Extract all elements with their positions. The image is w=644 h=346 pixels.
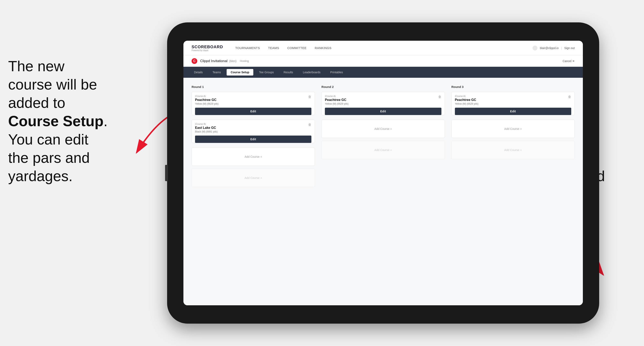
edit-course-b-button[interactable]: Edit (195, 136, 312, 143)
course-a-name: Peachtree GC (195, 98, 312, 102)
nav-teams[interactable]: TEAMS (268, 46, 279, 50)
round-1-col: Round 1 🗑 (Course A) Peachtree GC Yellow… (192, 85, 315, 298)
round-3-col: Round 3 🗑 (Course A) Peachtree GC Yellow… (452, 85, 575, 298)
r3-edit-course-a-button[interactable]: Edit (455, 108, 571, 115)
nav-tournaments[interactable]: TOURNAMENTS (235, 46, 260, 50)
nav-right: blair@clippd.io | Sign out (532, 46, 575, 50)
add-course-label-2: Add Course + (244, 176, 262, 179)
r3-add-course-label-1: Add Course + (504, 127, 522, 131)
course-b-name: East Lake GC (195, 126, 312, 130)
brand-title: SCOREBOARD (192, 45, 223, 49)
round-1-add-course-1[interactable]: Add Course + (192, 148, 315, 166)
nav-rankings[interactable]: RANKINGS (315, 46, 331, 50)
remove-icon-r3a[interactable]: 🗑 (567, 94, 572, 99)
round-3-add-course-2: Add Course + (452, 141, 575, 159)
tab-details[interactable]: Details (190, 69, 207, 75)
round-2-add-course-2: Add Course + (322, 141, 445, 159)
tablet-device: SCOREBOARD Powered by clippd TOURNAMENTS… (167, 22, 599, 324)
round-1-course-b-card: 🗑 (Course B) East Lake GC Black (M) (689… (192, 120, 315, 143)
round-1-label: Round 1 (192, 85, 315, 89)
sign-out-link[interactable]: Sign out (564, 46, 575, 50)
hosting-title: Clippd Invitational (200, 59, 228, 63)
edit-course-a-button[interactable]: Edit (195, 108, 312, 115)
tab-leaderboards[interactable]: Leaderboards (299, 69, 324, 75)
hosting-men: (Men) (229, 59, 236, 63)
r2-add-course-label-1: Add Course + (374, 127, 392, 131)
r2-course-a-name: Peachtree GC (325, 98, 441, 102)
add-course-label-1: Add Course + (244, 155, 262, 158)
r3-course-a-detail: Yellow (M) (6629 yds) (455, 102, 571, 105)
avatar (532, 46, 538, 50)
round-3-label: Round 3 (452, 85, 575, 89)
round-2-label: Round 2 (322, 85, 445, 89)
remove-icon-r2a[interactable]: 🗑 (437, 94, 442, 99)
annotation-left-text: The newcourse will beadded toCourse Setu… (8, 58, 108, 184)
brand-sub: Powered by clippd (192, 49, 223, 51)
hosting-bar: C Clippd Invitational (Men) Hosting Canc… (184, 55, 583, 67)
course-a-tag: (Course A) (195, 95, 312, 97)
r2-course-a-tag: (Course A) (325, 95, 441, 97)
tab-teams[interactable]: Teams (208, 69, 225, 75)
course-a-detail: Yellow (M) (6629 yds) (195, 102, 312, 105)
main-content: Round 1 🗑 (Course A) Peachtree GC Yellow… (184, 78, 583, 305)
tab-results[interactable]: Results (280, 69, 297, 75)
round-1-add-course-2: Add Course + (192, 169, 315, 187)
course-b-tag: (Course B) (195, 123, 312, 125)
tab-tee-groups[interactable]: Tee Groups (255, 69, 278, 75)
round-2-add-course-1[interactable]: Add Course + (322, 120, 445, 138)
r3-add-course-label-2: Add Course + (504, 148, 522, 152)
r3-course-a-tag: (Course A) (455, 95, 571, 97)
r2-course-a-detail: Yellow (M) (6629 yds) (325, 102, 441, 105)
round-2-col: Round 2 🗑 (Course A) Peachtree GC Yellow… (322, 85, 445, 298)
top-nav: SCOREBOARD Powered by clippd TOURNAMENTS… (184, 41, 583, 55)
r2-edit-course-a-button[interactable]: Edit (325, 108, 441, 115)
scoreboard-brand: SCOREBOARD Powered by clippd (192, 45, 223, 51)
tablet-screen: SCOREBOARD Powered by clippd TOURNAMENTS… (184, 41, 583, 305)
round-3-add-course-1[interactable]: Add Course + (452, 120, 575, 138)
rounds-grid: Round 1 🗑 (Course A) Peachtree GC Yellow… (192, 85, 575, 298)
r2-add-course-label-2: Add Course + (374, 148, 392, 152)
sub-tabs-bar: Details Teams Course Setup Tee Groups Re… (184, 67, 583, 78)
round-3-course-a-card: 🗑 (Course A) Peachtree GC Yellow (M) (66… (452, 92, 575, 115)
cancel-button[interactable]: Cancel ✕ (563, 59, 575, 63)
r3-course-a-name: Peachtree GC (455, 98, 571, 102)
tablet-side-button (165, 165, 168, 181)
tab-course-setup[interactable]: Course Setup (226, 69, 253, 75)
nav-links: TOURNAMENTS TEAMS COMMITTEE RANKINGS (235, 46, 532, 50)
round-2-course-a-card: 🗑 (Course A) Peachtree GC Yellow (M) (66… (322, 92, 445, 115)
user-email: blair@clippd.io (540, 46, 558, 50)
remove-icon[interactable]: 🗑 (307, 94, 312, 99)
round-1-course-a-card: 🗑 (Course A) Peachtree GC Yellow (M) (66… (192, 92, 315, 115)
hosting-logo: C (192, 58, 197, 64)
nav-committee[interactable]: COMMITTEE (287, 46, 307, 50)
hosting-badge: Hosting (240, 59, 249, 62)
remove-icon-b[interactable]: 🗑 (307, 122, 312, 127)
course-b-detail: Black (M) (6891 yds) (195, 130, 312, 133)
tab-printables[interactable]: Printables (326, 69, 347, 75)
